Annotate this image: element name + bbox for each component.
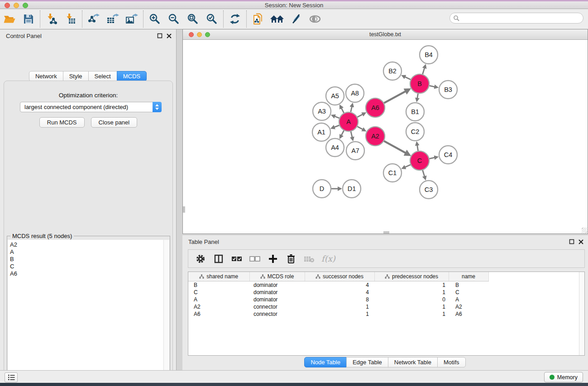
optimization-criterion-dropdown[interactable]: largest connected component (directed): [20, 102, 162, 112]
window-resize-grip[interactable]: [582, 228, 587, 233]
task-history-button[interactable]: [5, 372, 18, 382]
table-cell[interactable]: A: [188, 296, 249, 303]
deselect-all-rows-icon[interactable]: [249, 253, 261, 265]
create-column-icon[interactable]: [267, 253, 279, 265]
run-mcds-button[interactable]: Run MCDS: [39, 117, 85, 128]
network-canvas[interactable]: B4B2BB3A8A5A6A3B1AA1C2A2A4A7C4CC1C3DD1: [183, 40, 588, 234]
result-list-scrollbar[interactable]: [163, 240, 169, 386]
table-cell[interactable]: A2: [188, 303, 249, 310]
mcds-result-item[interactable]: A6: [10, 270, 164, 277]
table-cell[interactable]: connector: [249, 310, 305, 318]
column-header-name[interactable]: name: [449, 272, 488, 281]
table-cell[interactable]: dominator: [249, 281, 305, 289]
open-session-icon[interactable]: [0, 11, 19, 27]
table-cell[interactable]: B: [188, 281, 249, 289]
graph-edge-A-A6[interactable]: [357, 114, 363, 117]
table-cell[interactable]: 1: [374, 289, 449, 296]
graph-edge-A-A8[interactable]: [351, 107, 352, 112]
graph-edge-A2-C[interactable]: [384, 141, 406, 153]
column-header-successor-nodes[interactable]: successor nodes: [305, 272, 374, 281]
hide-annotations-icon[interactable]: [287, 11, 306, 27]
table-row[interactable]: A2connector11A2: [188, 303, 584, 310]
table-cell[interactable]: A6: [449, 310, 488, 318]
table-row[interactable]: Adominator80A: [188, 296, 584, 303]
graph-edge-A-A2[interactable]: [357, 126, 363, 129]
table-cell[interactable]: C: [449, 289, 488, 296]
graph-edge-C-C4[interactable]: [430, 157, 435, 158]
column-header-shared-name[interactable]: shared name: [188, 272, 249, 281]
table-cell[interactable]: connector: [249, 303, 305, 310]
graph-edge-A-A3[interactable]: [335, 116, 339, 118]
graph-edge-C-C3[interactable]: [423, 170, 425, 176]
zoom-out-icon[interactable]: [164, 11, 183, 27]
import-network-icon[interactable]: [42, 11, 61, 27]
graph-edge-A-A1[interactable]: [334, 125, 339, 127]
graph-edge-A6-B[interactable]: [384, 91, 406, 103]
table-cell[interactable]: A2: [449, 303, 488, 310]
table-cell[interactable]: C: [188, 289, 249, 296]
close-panel-icon[interactable]: [167, 33, 172, 38]
table-cell[interactable]: 4: [305, 281, 374, 289]
mcds-result-item[interactable]: B: [10, 256, 164, 263]
home-icon[interactable]: [268, 11, 287, 27]
table-cell[interactable]: 1: [305, 310, 374, 318]
select-all-rows-icon[interactable]: [231, 253, 243, 265]
graph-edge-A-A5[interactable]: [341, 108, 344, 113]
delete-column-trash-icon[interactable]: [285, 253, 297, 265]
mcds-result-item[interactable]: A: [10, 248, 164, 256]
close-panel-icon[interactable]: [578, 239, 583, 244]
tab-style[interactable]: Style: [63, 71, 89, 81]
table-cell[interactable]: A6: [188, 310, 249, 318]
graph-edge-C-C2[interactable]: [417, 145, 418, 151]
import-table-icon[interactable]: [61, 11, 80, 27]
graph-edge-A-A4[interactable]: [341, 130, 344, 135]
mcds-result-item[interactable]: C: [10, 263, 164, 270]
float-panel-icon[interactable]: [157, 33, 163, 38]
graph-edge-A-A7[interactable]: [351, 131, 352, 137]
mcds-result-item[interactable]: A2: [10, 241, 164, 248]
graph-edge-B-B1[interactable]: [417, 94, 418, 98]
search-input[interactable]: [449, 13, 583, 24]
table-cell[interactable]: 0: [374, 296, 449, 303]
memory-button[interactable]: Memory: [544, 372, 583, 382]
graph-edge-B-B2[interactable]: [405, 77, 411, 80]
select-columns-icon[interactable]: [213, 253, 225, 265]
graph-edge-B-B4[interactable]: [423, 68, 425, 74]
table-row[interactable]: A6connector11A6: [188, 310, 584, 318]
column-header-predecessor-nodes[interactable]: predecessor nodes: [374, 272, 449, 281]
export-image-icon[interactable]: [122, 11, 141, 27]
table-cell[interactable]: 1: [374, 281, 449, 289]
tab-node-table[interactable]: Node Table: [304, 357, 347, 367]
canvas-horizontal-scroll-thumb[interactable]: [383, 231, 389, 234]
canvas-vertical-scroll-thumb[interactable]: [183, 206, 185, 213]
tab-mcds[interactable]: MCDS: [117, 71, 147, 81]
export-table-icon[interactable]: [103, 11, 122, 27]
save-session-icon[interactable]: [19, 11, 38, 27]
graph-edge-B-B3[interactable]: [430, 86, 435, 86]
table-cell[interactable]: 1: [374, 310, 449, 318]
table-cell[interactable]: 1: [374, 303, 449, 310]
table-cell[interactable]: 1: [305, 303, 374, 310]
table-cell[interactable]: 4: [305, 289, 374, 296]
network-from-file-icon[interactable]: [249, 11, 268, 27]
column-header-mcds-role[interactable]: MCDS role: [249, 272, 305, 281]
table-cell[interactable]: 8: [305, 296, 374, 303]
refresh-icon[interactable]: [225, 11, 244, 27]
tab-network-table[interactable]: Network Table: [388, 357, 438, 367]
table-row[interactable]: Cdominator41C: [188, 289, 584, 296]
export-network-icon[interactable]: [84, 11, 103, 27]
graph-edge-C-C1[interactable]: [405, 165, 411, 167]
table-cell[interactable]: B: [449, 281, 488, 289]
table-row[interactable]: Bdominator41B: [188, 281, 584, 289]
table-settings-gear-icon[interactable]: [195, 253, 206, 265]
table-cell[interactable]: dominator: [249, 296, 305, 303]
zoom-fit-icon[interactable]: [183, 11, 202, 27]
table-cell[interactable]: dominator: [249, 289, 305, 296]
float-panel-icon[interactable]: [569, 239, 574, 244]
tab-network[interactable]: Network: [29, 71, 63, 81]
tab-motifs[interactable]: Motifs: [437, 357, 466, 367]
close-panel-button[interactable]: Close panel: [91, 117, 138, 128]
tab-edge-table[interactable]: Edge Table: [346, 357, 388, 367]
table-cell[interactable]: A: [449, 296, 488, 303]
zoom-in-icon[interactable]: [145, 11, 164, 27]
